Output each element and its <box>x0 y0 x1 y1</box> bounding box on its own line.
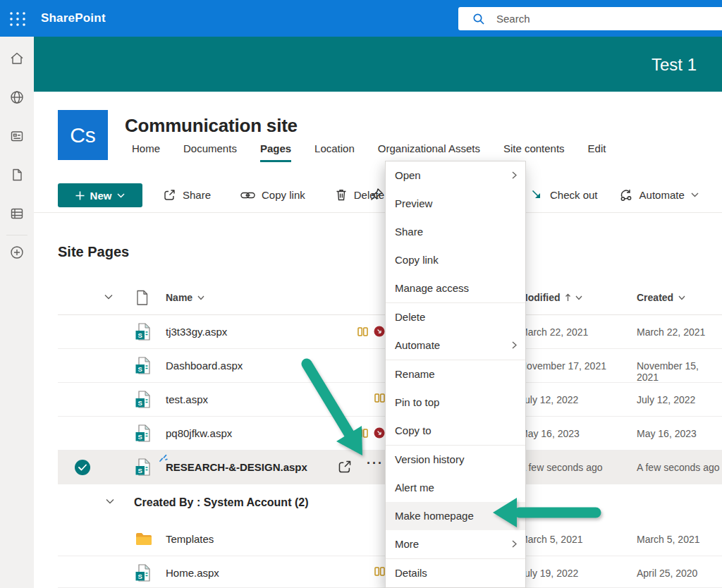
nav-pages[interactable]: Pages <box>260 142 291 162</box>
search-input[interactable]: Search <box>458 7 722 30</box>
menu-item-alert-me[interactable]: Alert me <box>386 474 525 502</box>
modified-cell: A few seconds ago <box>520 462 603 473</box>
file-type-column-icon[interactable] <box>135 290 149 306</box>
check-out-icon <box>530 188 544 202</box>
row-badges <box>331 567 385 576</box>
menu-item-label: Alert me <box>395 482 434 494</box>
sharepoint-page-icon: S <box>135 458 151 477</box>
sharepoint-window: SharePoint Search <box>0 0 722 588</box>
sharepoint-page-icon: S <box>135 357 151 375</box>
rail-divider <box>6 235 27 235</box>
column-created-label: Created <box>637 292 673 303</box>
site-nav: Home Documents Pages Location Organizati… <box>132 142 606 162</box>
news-icon[interactable] <box>9 128 25 144</box>
globe-icon[interactable] <box>9 90 25 105</box>
add-icon[interactable] <box>9 245 25 260</box>
created-cell: March 22, 2021 <box>637 326 705 338</box>
folder-name[interactable]: Templates <box>166 533 214 545</box>
modified-cell: July 12, 2022 <box>520 394 578 405</box>
row-selected-check-icon[interactable] <box>75 460 90 475</box>
site-banner: Test 1 <box>34 37 722 92</box>
file-name[interactable]: test.aspx <box>166 393 208 405</box>
modified-cell: July 19, 2022 <box>520 568 578 579</box>
site-logo[interactable]: Cs <box>58 110 108 160</box>
chevron-down-icon <box>575 295 582 300</box>
menu-item-delete[interactable]: Delete <box>386 303 525 331</box>
chevron-down-icon <box>197 295 204 300</box>
context-menu: Open Preview Share Copy link Manage acce… <box>385 161 526 588</box>
created-cell: July 12, 2022 <box>637 394 695 405</box>
created-cell: A few seconds ago <box>637 462 720 473</box>
menu-item-details[interactable]: Details <box>386 559 525 587</box>
menu-item-more[interactable]: More <box>386 530 525 558</box>
list-heading: Site Pages <box>58 244 129 260</box>
automate-button[interactable]: Automate <box>619 188 699 202</box>
sharepoint-page-icon: S <box>135 424 151 443</box>
new-button-label: New <box>90 190 112 202</box>
nav-location[interactable]: Location <box>314 142 355 162</box>
menu-item-label: Version history <box>395 453 464 465</box>
nav-edit[interactable]: Edit <box>588 142 606 162</box>
check-in-required-icon <box>357 327 368 336</box>
modified-cell: May 16, 2023 <box>520 428 580 439</box>
suite-bar: SharePoint Search <box>0 0 722 37</box>
sharepoint-page-icon: S <box>135 391 151 409</box>
column-modified[interactable]: Modified <box>520 292 582 303</box>
app-launcher-icon[interactable] <box>8 10 27 28</box>
left-rail <box>0 37 34 588</box>
menu-item-preview[interactable]: Preview <box>386 190 525 218</box>
share-button[interactable]: Share <box>163 188 211 202</box>
column-name[interactable]: Name <box>166 292 204 303</box>
link-icon <box>240 190 255 200</box>
menu-item-copy-link[interactable]: Copy link <box>386 246 525 274</box>
file-name[interactable]: pq80jfkw.aspx <box>166 427 232 439</box>
file-name[interactable]: tj3t33gy.aspx <box>166 326 227 338</box>
banner-title: Test 1 <box>651 55 697 75</box>
pin-icon[interactable] <box>369 188 384 202</box>
menu-item-label: Delete <box>395 311 425 323</box>
select-all-chevron[interactable] <box>104 294 113 300</box>
menu-item-automate[interactable]: Automate <box>386 331 525 360</box>
svg-text:S: S <box>138 433 142 441</box>
svg-text:S: S <box>138 399 142 407</box>
folder-icon <box>135 532 152 546</box>
row-more-actions-button[interactable]: ··· <box>367 456 384 471</box>
svg-text:S: S <box>138 572 142 580</box>
nav-home[interactable]: Home <box>132 142 160 162</box>
nav-organizational-assets[interactable]: Organizational Assets <box>378 142 480 162</box>
chevron-down-icon <box>691 192 699 197</box>
page-icon[interactable] <box>9 167 25 183</box>
automate-label: Automate <box>640 189 685 201</box>
menu-item-label: Pin to top <box>395 396 439 408</box>
created-cell: March 5, 2021 <box>637 534 700 545</box>
menu-item-pin-to-top[interactable]: Pin to top <box>386 388 525 417</box>
menu-item-open[interactable]: Open <box>386 161 525 190</box>
menu-item-make-homepage[interactable]: Make homepage <box>386 502 525 530</box>
menu-item-label: Preview <box>395 197 432 209</box>
file-name[interactable]: Dashboard.aspx <box>166 360 243 372</box>
nav-site-contents[interactable]: Site contents <box>503 142 565 162</box>
group-collapse-chevron[interactable] <box>106 498 114 504</box>
submenu-chevron-icon <box>512 540 517 548</box>
menu-item-copy-to[interactable]: Copy to <box>386 417 525 445</box>
menu-item-rename[interactable]: Rename <box>386 360 525 388</box>
column-created[interactable]: Created <box>637 292 685 303</box>
home-icon[interactable] <box>9 51 25 66</box>
new-button[interactable]: New <box>58 183 142 207</box>
suitebar-brand[interactable]: SharePoint <box>41 11 106 25</box>
checked-out-icon <box>374 326 385 337</box>
copy-link-button[interactable]: Copy link <box>240 189 305 201</box>
menu-item-share[interactable]: Share <box>386 218 525 246</box>
list-icon[interactable] <box>9 206 25 221</box>
check-out-button[interactable]: Check out <box>530 188 598 202</box>
row-share-icon[interactable] <box>337 459 353 474</box>
copy-link-label: Copy link <box>262 189 305 201</box>
nav-documents[interactable]: Documents <box>183 142 237 162</box>
menu-item-version-history[interactable]: Version history <box>386 446 525 474</box>
file-name[interactable]: RESEARCH-&-DESIGN.aspx <box>166 461 307 473</box>
group-label[interactable]: Created By : System Account (2) <box>134 496 308 509</box>
menu-item-label: Automate <box>395 339 440 351</box>
file-name[interactable]: Home.aspx <box>166 567 219 579</box>
menu-item-manage-access[interactable]: Manage access <box>386 274 525 302</box>
menu-item-label: Open <box>395 169 421 181</box>
